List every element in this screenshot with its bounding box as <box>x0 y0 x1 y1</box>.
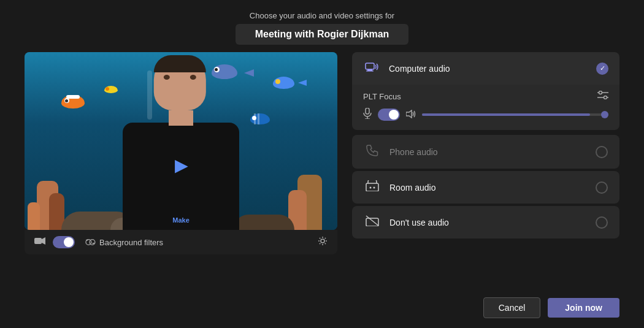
svg-point-12 <box>599 91 602 94</box>
svg-point-20 <box>374 187 375 189</box>
person-neck <box>169 110 193 126</box>
fish-4 <box>104 86 123 97</box>
computer-audio-label: Computer audio <box>389 64 588 74</box>
room-audio-label: Room audio <box>389 183 587 193</box>
volume-thumb <box>601 111 608 118</box>
plt-row: PLT Focus <box>363 91 608 102</box>
rock-2 <box>233 215 294 230</box>
computer-audio-radio[interactable] <box>596 63 608 75</box>
coral-3 <box>28 202 40 230</box>
volume-fill <box>422 113 590 116</box>
room-audio-icon <box>364 180 381 194</box>
fish-3 <box>250 113 276 129</box>
person-head <box>154 55 206 110</box>
video-settings-icon[interactable] <box>318 236 328 248</box>
header-title-box: Meeting with Rogier Dijkman <box>236 24 409 45</box>
video-panel: ▶ Make <box>25 52 337 291</box>
bg-filters-button[interactable]: Background filters <box>85 238 163 247</box>
svg-rect-0 <box>34 238 42 244</box>
camera-icon <box>34 237 45 248</box>
room-audio-radio[interactable] <box>596 181 608 194</box>
fish-2 <box>61 95 92 113</box>
svg-rect-5 <box>93 243 95 244</box>
bubble-stream <box>147 71 152 120</box>
svg-marker-17 <box>406 110 412 118</box>
cancel-button[interactable]: Cancel <box>483 297 541 318</box>
svg-rect-21 <box>366 218 378 226</box>
fish-1 <box>273 77 301 94</box>
plt-section: PLT Focus <box>352 85 619 130</box>
video-preview: ▶ Make <box>25 52 337 230</box>
svg-rect-9 <box>366 71 374 72</box>
plt-settings-icon[interactable] <box>597 91 608 102</box>
svg-line-22 <box>366 216 378 226</box>
room-audio-option[interactable]: Room audio <box>352 171 619 204</box>
computer-audio-icon <box>363 61 380 76</box>
main-content: ▶ Make <box>0 52 644 291</box>
speaker-icon <box>406 110 416 120</box>
plt-label: PLT Focus <box>363 92 401 101</box>
computer-audio-option[interactable]: Computer audio <box>352 52 619 85</box>
svg-rect-18 <box>366 183 378 191</box>
svg-marker-1 <box>42 237 45 245</box>
phone-audio-radio[interactable] <box>596 146 608 158</box>
mic-icon <box>363 108 372 121</box>
person-body: ▶ Make <box>123 123 239 230</box>
svg-point-3 <box>90 240 95 245</box>
header: Choose your audio and video settings for… <box>236 0 409 52</box>
audio-panel: Computer audio PLT Focus <box>352 52 619 291</box>
audio-controls-row <box>363 108 608 121</box>
phone-audio-option[interactable]: Phone audio <box>352 135 619 169</box>
header-subtitle: Choose your audio and video settings for <box>236 11 409 20</box>
svg-point-13 <box>604 96 607 99</box>
bg-filters-icon <box>85 238 96 246</box>
svg-rect-4 <box>86 240 88 241</box>
no-audio-icon <box>364 215 381 229</box>
svg-rect-8 <box>367 69 372 71</box>
bg-filters-label: Background filters <box>99 238 163 247</box>
svg-rect-14 <box>366 108 369 114</box>
bottom-bar: Cancel Join now <box>0 291 644 328</box>
svg-point-6 <box>321 239 324 243</box>
mic-toggle[interactable] <box>378 109 400 121</box>
no-audio-radio[interactable] <box>596 216 608 229</box>
aquarium-overlay: ▶ Make <box>25 52 337 230</box>
camera-toggle[interactable] <box>53 236 75 248</box>
video-controls-bar: Background filters <box>25 230 337 254</box>
no-audio-label: Don't use audio <box>389 218 587 227</box>
fish-5 <box>212 64 245 84</box>
svg-rect-7 <box>366 63 374 69</box>
phone-audio-icon <box>364 144 381 159</box>
join-button[interactable]: Join now <box>548 298 619 318</box>
meeting-title: Meeting with Rogier Dijkman <box>255 29 389 39</box>
phone-audio-label: Phone audio <box>389 147 587 157</box>
svg-point-19 <box>370 187 372 189</box>
volume-slider[interactable] <box>422 113 608 116</box>
no-audio-option[interactable]: Don't use audio <box>352 206 619 238</box>
